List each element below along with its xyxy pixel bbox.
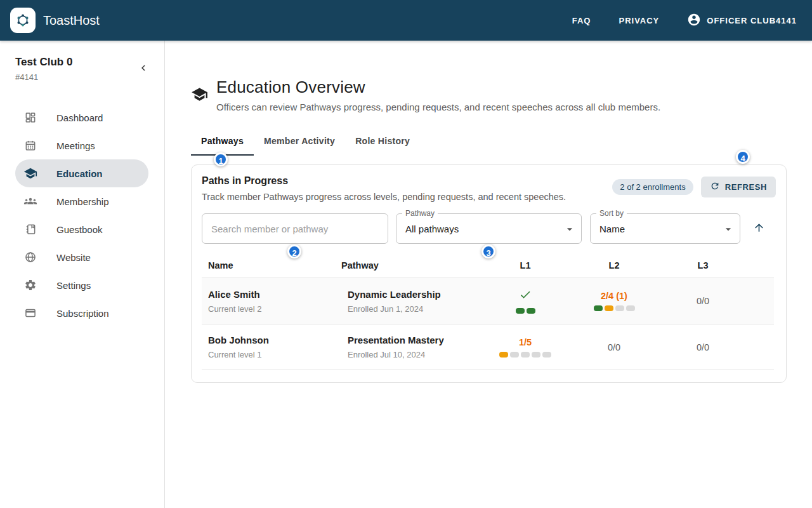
member-name: Bob Johnson xyxy=(208,335,341,345)
pathways-table: Name Pathway L1 L2 L3 Alice Smith Curren… xyxy=(202,254,774,370)
faq-link[interactable]: FAQ xyxy=(572,16,591,25)
level-2-cell: 0/0 xyxy=(570,342,658,352)
pathway-select-label: Pathway xyxy=(402,209,438,218)
table-row: Bob Johnson Current level 1 Presentation… xyxy=(202,324,774,370)
level-1-cell: 1/5 xyxy=(481,337,570,358)
column-header-l2: L2 xyxy=(570,260,658,271)
refresh-label: REFRESH xyxy=(725,182,767,192)
education-page-icon xyxy=(191,86,208,112)
card-subtitle: Track member Pathways progress across le… xyxy=(202,192,566,202)
member-level: Current level 2 xyxy=(208,304,341,314)
chevron-down-icon xyxy=(722,223,735,238)
level-complete-check-icon xyxy=(519,288,532,304)
sidebar-item-label: Website xyxy=(56,252,91,263)
pathway-select-value: All pathways xyxy=(405,224,459,234)
column-header-l1: L1 xyxy=(481,260,570,271)
sidebar-item-label: Education xyxy=(56,168,103,179)
level-1-progress-text: 1/5 xyxy=(519,337,532,347)
pathway-select[interactable]: Pathway All pathways xyxy=(396,213,582,244)
level-2-progress-text: 0/0 xyxy=(608,342,620,352)
dashboard-icon xyxy=(23,111,38,124)
level-2-cell: 2/4 (1) xyxy=(570,291,658,311)
sidebar-item-subscription[interactable]: Subscription xyxy=(15,299,148,327)
main-content: Education Overview Officers can review P… xyxy=(165,41,812,508)
tab-role-history[interactable]: Role History xyxy=(345,128,420,156)
gear-icon xyxy=(23,279,38,291)
progress-segment-orange xyxy=(499,352,508,358)
brand-link[interactable]: ToastHost xyxy=(10,8,100,33)
page-header: Education Overview Officers can review P… xyxy=(191,77,787,112)
level-2-progress-text: 2/4 (1) xyxy=(601,291,627,301)
calendar-icon xyxy=(23,139,38,152)
sidebar: Test Club 0 #4141 Dashboard xyxy=(0,41,165,508)
club-name: Test Club 0 xyxy=(15,56,72,69)
pathway-name: Presentation Mastery xyxy=(348,335,481,345)
progress-segment-gray xyxy=(510,352,519,358)
progress-segment-gray xyxy=(532,352,540,358)
member-name: Alice Smith xyxy=(208,289,341,300)
card-title: Paths in Progress xyxy=(202,175,566,187)
globe-icon xyxy=(23,251,38,264)
sidebar-item-label: Guestbook xyxy=(56,224,103,235)
annotation-badge-3: 3 xyxy=(481,244,495,258)
chevron-down-icon xyxy=(563,223,576,238)
enrolled-date: Enrolled Jul 10, 2024 xyxy=(348,350,481,359)
sidebar-item-settings[interactable]: Settings xyxy=(15,271,148,299)
top-app-bar: ToastHost FAQ PRIVACY OFFICER CLUB4141 xyxy=(0,0,812,41)
column-header-pathway: Pathway xyxy=(341,260,481,271)
enrollments-badge: 2 of 2 enrollments xyxy=(612,179,693,195)
sidebar-item-website[interactable]: Website xyxy=(15,243,148,271)
refresh-button[interactable]: REFRESH xyxy=(701,177,776,197)
search-input[interactable] xyxy=(202,213,388,244)
account-icon xyxy=(687,13,701,29)
sidebar-item-label: Settings xyxy=(56,280,91,291)
enrolled-date: Enrolled Jun 1, 2024 xyxy=(348,304,481,314)
sidebar-item-meetings[interactable]: Meetings xyxy=(15,131,148,159)
account-label: OFFICER CLUB4141 xyxy=(707,16,797,25)
sidebar-item-dashboard[interactable]: Dashboard xyxy=(15,104,148,131)
progress-segment-gray xyxy=(521,352,530,358)
column-header-l3: L3 xyxy=(658,260,747,271)
sort-select[interactable]: Sort by Name xyxy=(590,213,740,244)
club-number: #4141 xyxy=(15,72,72,82)
card-header: Paths in Progress Track member Pathways … xyxy=(192,165,786,206)
level-1-progress xyxy=(499,352,551,358)
chevron-left-icon xyxy=(138,66,149,76)
progress-segment-orange xyxy=(605,305,613,311)
level-1-cell xyxy=(481,288,570,314)
sidebar-item-guestbook[interactable]: Guestbook xyxy=(15,215,148,243)
sort-select-value: Name xyxy=(599,224,625,234)
paths-in-progress-card: Paths in Progress Track member Pathways … xyxy=(191,164,787,383)
pathway-name: Dynamic Leadership xyxy=(348,289,481,300)
progress-segment-green xyxy=(527,308,535,314)
graduation-cap-icon xyxy=(23,166,38,180)
level-3-cell: 0/0 xyxy=(658,296,747,306)
account-menu[interactable]: OFFICER CLUB4141 xyxy=(687,13,797,29)
tab-bar: Pathways Member Activity Role History xyxy=(191,128,787,156)
level-3-cell: 0/0 xyxy=(658,342,747,352)
sidebar-item-label: Dashboard xyxy=(56,112,103,123)
sort-direction-button[interactable] xyxy=(750,219,768,238)
level-3-progress-text: 0/0 xyxy=(697,296,709,306)
annotation-badge-1: 1 xyxy=(214,152,228,166)
level-1-progress xyxy=(516,308,535,314)
level-3-progress-text: 0/0 xyxy=(697,342,709,352)
page-subtitle: Officers can review Pathways progress, p… xyxy=(216,102,660,112)
tab-member-activity[interactable]: Member Activity xyxy=(254,128,345,156)
sidebar-item-label: Membership xyxy=(56,196,109,207)
sidebar-item-education[interactable]: Education xyxy=(15,159,148,187)
notebook-icon xyxy=(23,223,38,236)
table-row: Alice Smith Current level 2 Dynamic Lead… xyxy=(202,277,774,324)
people-icon xyxy=(23,194,38,208)
sidebar-collapse-button[interactable] xyxy=(135,60,152,78)
column-header-name: Name xyxy=(202,260,341,271)
page: ToastHost FAQ PRIVACY OFFICER CLUB4141 T… xyxy=(0,0,812,508)
sort-select-label: Sort by xyxy=(596,209,627,218)
privacy-link[interactable]: PRIVACY xyxy=(619,16,659,25)
tab-pathways[interactable]: Pathways xyxy=(191,128,254,156)
top-nav: FAQ PRIVACY OFFICER CLUB4141 xyxy=(572,13,797,29)
sidebar-item-membership[interactable]: Membership xyxy=(15,187,148,215)
credit-card-icon xyxy=(23,307,38,319)
progress-segment-gray xyxy=(615,305,624,311)
sidebar-item-label: Meetings xyxy=(56,140,95,151)
